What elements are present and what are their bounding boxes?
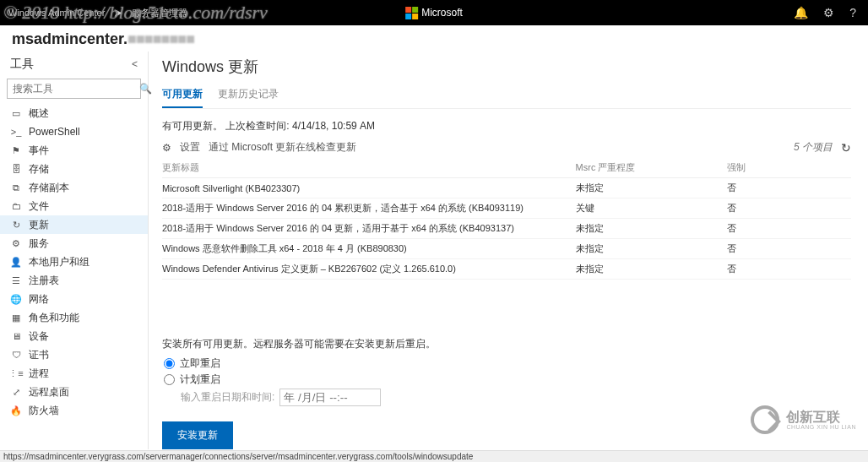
sidebar-item-processes[interactable]: ⋮≡进程 xyxy=(0,364,148,383)
sidebar-item-label: 概述 xyxy=(29,106,49,121)
sidebar-item-label: PowerShell xyxy=(29,126,80,138)
server-name-blurred: ■■■■■■■■ xyxy=(127,30,194,48)
storage-icon: 🗄 xyxy=(10,163,22,175)
radio-restart-schedule-input[interactable] xyxy=(164,374,175,385)
tools-search[interactable]: 🔍 xyxy=(7,79,141,99)
breadcrumb-arrow-icon: ➤ xyxy=(113,6,123,19)
schedule-label: 输入重启日期和时间: xyxy=(181,390,274,405)
sidebar-item-overview[interactable]: ▭概述 xyxy=(0,104,148,122)
col-severity[interactable]: Msrc 严重程度 xyxy=(576,158,728,178)
network-icon: 🌐 xyxy=(10,293,22,305)
sidebar-item-label: 文件 xyxy=(29,199,49,214)
radio-restart-schedule[interactable]: 计划重启 xyxy=(164,372,851,387)
cell-title: 2018-适用于 Windows Server 2016 的 04 更新，适用于… xyxy=(162,219,576,239)
sidebar-item-remotedesktop[interactable]: ⤢远程桌面 xyxy=(0,383,148,401)
sidebar-item-devices[interactable]: 🖥设备 xyxy=(0,327,148,345)
sidebar-item-events[interactable]: ⚑事件 xyxy=(0,141,148,160)
sidebar-item-label: 服务 xyxy=(29,236,49,251)
settings-gear-small-icon[interactable]: ⚙ xyxy=(162,142,171,154)
cell-severity: 未指定 xyxy=(576,259,728,280)
cell-title: Windows 恶意软件删除工具 x64 - 2018 年 4 月 (KB890… xyxy=(162,239,576,259)
sidebar-item-network[interactable]: 🌐网络 xyxy=(0,290,148,308)
refresh-icon[interactable]: ↻ xyxy=(841,141,851,155)
sidebar-item-label: 本地用户和组 xyxy=(29,255,90,269)
tools-list: ▭概述>_PowerShell⚑事件🗄存储⧉存储副本🗀文件↻更新⚙服务👤本地用户… xyxy=(0,104,148,449)
table-row[interactable]: 2018-适用于 Windows Server 2016 的 04 更新，适用于… xyxy=(162,219,851,239)
settings-sublabel[interactable]: 通过 Microsoft 更新在线检查更新 xyxy=(209,140,356,155)
powershell-icon: >_ xyxy=(10,126,22,138)
firewall-icon: 🔥 xyxy=(10,405,22,416)
table-row[interactable]: Microsoft Silverlight (KB4023307)未指定否 xyxy=(162,178,851,198)
collapse-sidebar-icon[interactable]: < xyxy=(132,58,138,70)
files-icon: 🗀 xyxy=(10,200,22,212)
updates-icon: ↻ xyxy=(10,219,22,231)
content: Windows 更新 可用更新更新历史记录 有可用更新。 上次检查时间: 4/1… xyxy=(149,52,868,449)
sidebar-item-updates[interactable]: ↻更新 xyxy=(0,215,148,234)
cell-severity: 未指定 xyxy=(576,178,728,198)
tab-history[interactable]: 更新历史记录 xyxy=(218,84,279,108)
microsoft-logo-icon xyxy=(405,7,418,19)
tabs: 可用更新更新历史记录 xyxy=(162,84,851,109)
col-mandatory[interactable]: 强制 xyxy=(727,158,851,178)
sidebar: 工具 < 🔍 ▭概述>_PowerShell⚑事件🗄存储⧉存储副本🗀文件↻更新⚙… xyxy=(0,52,149,449)
topbar-left: Windows Admin Center ➤ 服务器管理器 xyxy=(0,6,187,19)
sidebar-item-label: 事件 xyxy=(29,144,49,158)
sidebar-item-services[interactable]: ⚙服务 xyxy=(0,234,148,253)
table-row[interactable]: Windows Defender Antivirus 定义更新 – KB2267… xyxy=(162,259,851,280)
radio-restart-now-input[interactable] xyxy=(164,358,175,369)
remotedesktop-icon: ⤢ xyxy=(10,386,22,398)
sidebar-item-users[interactable]: 👤本地用户和组 xyxy=(0,253,148,271)
sidebar-item-certs[interactable]: 🛡证书 xyxy=(0,345,148,364)
sidebar-item-label: 更新 xyxy=(29,218,49,232)
status-prefix: 有可用更新。 上次检查时间: xyxy=(162,120,292,132)
help-icon[interactable]: ? xyxy=(849,6,856,19)
sidebar-item-label: 远程桌面 xyxy=(29,385,69,399)
cell-title: 2018-适用于 Windows Server 2016 的 04 累积更新，适… xyxy=(162,198,576,219)
cell-severity: 未指定 xyxy=(576,219,728,239)
cell-title: Microsoft Silverlight (KB4023307) xyxy=(162,178,576,198)
col-title[interactable]: 更新标题 xyxy=(162,158,576,178)
breadcrumb-text[interactable]: 服务器管理器 xyxy=(132,7,187,19)
tools-search-input[interactable] xyxy=(13,83,139,95)
sidebar-item-powershell[interactable]: >_PowerShell xyxy=(0,122,148,141)
sidebar-item-label: 证书 xyxy=(29,348,49,362)
sidebar-item-label: 进程 xyxy=(29,367,49,381)
devices-icon: 🖥 xyxy=(10,330,22,342)
cell-mandatory: 否 xyxy=(727,219,851,239)
tools-label: 工具 xyxy=(10,57,34,72)
users-icon: 👤 xyxy=(10,256,22,268)
status-line: 有可用更新。 上次检查时间: 4/14/18, 10:59 AM xyxy=(162,119,851,133)
settings-gear-icon[interactable]: ⚙ xyxy=(823,6,834,19)
install-section: 安装所有可用更新。远程服务器可能需要在安装更新后重启。 立即重启 计划重启 输入… xyxy=(162,329,851,449)
settings-label[interactable]: 设置 xyxy=(180,140,200,155)
table-row[interactable]: 2018-适用于 Windows Server 2016 的 04 累积更新，适… xyxy=(162,198,851,219)
sidebar-item-registry[interactable]: ☰注册表 xyxy=(0,271,148,290)
sidebar-item-label: 存储副本 xyxy=(29,181,69,195)
radio-restart-now-label: 立即重启 xyxy=(180,356,220,371)
registry-icon: ☰ xyxy=(10,274,22,286)
page-title: Windows 更新 xyxy=(162,57,851,77)
cell-title: Windows Defender Antivirus 定义更新 – KB2267… xyxy=(162,259,576,280)
tab-available[interactable]: 可用更新 xyxy=(162,84,203,108)
cell-mandatory: 否 xyxy=(727,178,851,198)
cell-severity: 未指定 xyxy=(576,239,728,259)
overview-icon: ▭ xyxy=(10,107,22,119)
schedule-datetime-input[interactable] xyxy=(279,389,381,406)
sidebar-item-label: 角色和功能 xyxy=(29,311,79,325)
install-note: 安装所有可用更新。远程服务器可能需要在安装更新后重启。 xyxy=(162,337,851,351)
cell-mandatory: 否 xyxy=(727,239,851,259)
sidebar-item-replica[interactable]: ⧉存储副本 xyxy=(0,178,148,197)
brand: Microsoft xyxy=(405,7,463,19)
sidebar-item-firewall[interactable]: 🔥防火墙 xyxy=(0,401,148,420)
table-row[interactable]: Windows 恶意软件删除工具 x64 - 2018 年 4 月 (KB890… xyxy=(162,239,851,259)
sidebar-item-label: 防火墙 xyxy=(29,404,59,418)
radio-restart-schedule-label: 计划重启 xyxy=(180,372,220,387)
radio-restart-now[interactable]: 立即重启 xyxy=(164,356,851,371)
sidebar-item-roles[interactable]: ▦角色和功能 xyxy=(0,308,148,327)
sidebar-item-storage[interactable]: 🗄存储 xyxy=(0,160,148,178)
sidebar-item-files[interactable]: 🗀文件 xyxy=(0,197,148,215)
install-updates-button[interactable]: 安装更新 xyxy=(162,421,233,449)
services-icon: ⚙ xyxy=(10,237,22,249)
notifications-icon[interactable]: 🔔 xyxy=(794,6,808,19)
server-name-row: msadmincenter. ■■■■■■■■ xyxy=(0,25,868,52)
